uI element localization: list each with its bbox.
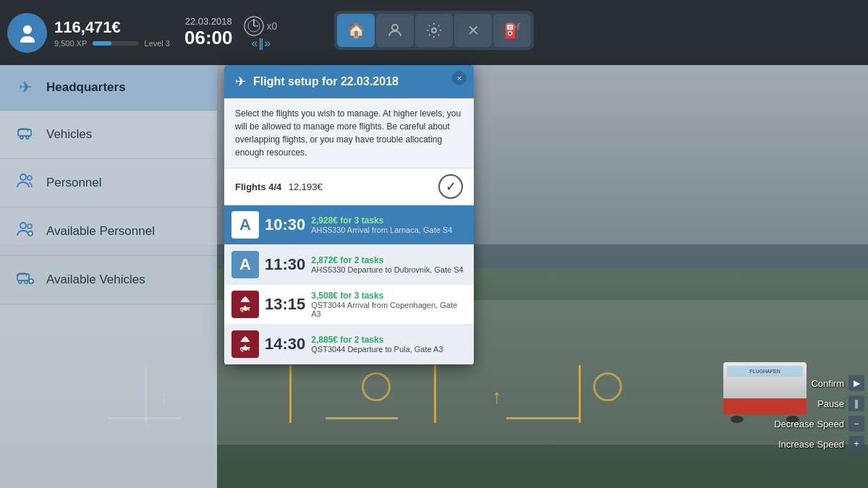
date-display: 22.03.2018 bbox=[185, 16, 232, 27]
pause-icon: ‖ bbox=[848, 395, 864, 411]
svg-point-11 bbox=[26, 136, 29, 139]
sidebar-item-available-vehicles[interactable]: Available Vehicles bbox=[0, 256, 217, 304]
flight-desc-3: QST3044 Arrival from Copenhagen, Gate A3 bbox=[311, 301, 467, 318]
flight-desc-4: QST3044 Departure to Pula, Gate A3 bbox=[311, 345, 467, 354]
confirm-icon: ▶ bbox=[848, 375, 864, 391]
nav-tabs: 🏠 ✕ ⛽ bbox=[334, 11, 534, 50]
time-display: 06:00 bbox=[184, 27, 233, 49]
svg-point-12 bbox=[20, 174, 26, 180]
tarmac-line bbox=[579, 365, 581, 423]
speed-controls[interactable]: x0 « ‖ » bbox=[244, 16, 278, 50]
flight-badge-2: A bbox=[231, 251, 259, 278]
player-avatar bbox=[7, 13, 47, 53]
tarmac-line bbox=[506, 417, 579, 419]
xp-bar bbox=[93, 41, 138, 46]
tarmac-circle bbox=[362, 372, 391, 401]
xp-display: 9,500 XP bbox=[54, 39, 87, 48]
flight-badge-1: A bbox=[231, 211, 259, 239]
sidebar-label-available-vehicles: Available Vehicles bbox=[46, 273, 145, 287]
flight-time-4: 14:30 bbox=[265, 335, 305, 354]
sidebar-label-vehicles: Vehicles bbox=[46, 127, 92, 142]
sidebar-label-available-personnel: Available Personnel bbox=[46, 224, 155, 239]
available-personnel-icon bbox=[14, 221, 36, 242]
svg-point-21 bbox=[25, 281, 27, 283]
vehicles-icon bbox=[14, 124, 36, 145]
sidebar-item-vehicles[interactable]: Vehicles bbox=[0, 111, 217, 159]
tab-fuel[interactable]: ⛽ bbox=[493, 14, 531, 47]
modal-title: Flight setup for 22.03.2018 bbox=[253, 75, 399, 88]
svg-point-7 bbox=[394, 30, 396, 31]
flight-time-3: 13:15 bbox=[265, 295, 305, 314]
flight-badge-3: QST bbox=[231, 291, 259, 318]
flight-earnings-1: 2,928€ for 3 tasks bbox=[311, 215, 467, 226]
xp-bar-fill bbox=[93, 41, 111, 46]
flight-item-1[interactable]: A 10:30 2,928€ for 3 tasks AHS5330 Arriv… bbox=[224, 205, 474, 245]
flight-item-3[interactable]: QST 13:15 3,508€ for 3 tasks QST3044 Arr… bbox=[224, 285, 474, 325]
speed-multiplier: x0 bbox=[267, 20, 278, 32]
flight-item-2[interactable]: A 11:30 2,872€ for 2 tasks AHS5330 Depar… bbox=[224, 245, 474, 285]
tab-home[interactable]: 🏠 bbox=[337, 14, 375, 47]
tab-close[interactable]: ✕ bbox=[454, 14, 492, 47]
right-controls: Confirm ▶ Pause ‖ Decrease Speed − Incre… bbox=[774, 375, 868, 452]
available-vehicles-icon bbox=[14, 269, 36, 291]
sidebar-label-headquarters: Headquarters bbox=[46, 80, 126, 95]
flight-setup-modal: ✈ Flight setup for 22.03.2018 × Select t… bbox=[224, 65, 474, 364]
flight-details-3: 3,508€ for 3 tasks QST3044 Arrival from … bbox=[311, 291, 467, 318]
sidebar: ✈ Headquarters Vehicles Personnel bbox=[0, 65, 217, 488]
flight-earnings-2: 2,872€ for 2 tasks bbox=[311, 255, 467, 265]
svg-text:QST: QST bbox=[240, 346, 251, 352]
flight-time-2: 11:30 bbox=[265, 255, 305, 274]
decrease-speed-label: Decrease Speed bbox=[774, 419, 844, 429]
tarmac-line bbox=[289, 365, 292, 423]
flights-count-label: Flights 4/4 bbox=[235, 181, 281, 192]
tarmac-line bbox=[326, 417, 398, 419]
datetime-block: 22.03.2018 06:00 bbox=[184, 16, 233, 49]
svg-point-13 bbox=[27, 176, 32, 180]
level-display: Level 3 bbox=[145, 39, 170, 48]
pause-label: Pause bbox=[817, 398, 844, 409]
confirm-check-button[interactable]: ✓ bbox=[438, 174, 463, 199]
svg-text:QST: QST bbox=[240, 307, 251, 312]
flight-item-4[interactable]: QST 14:30 2,885€ for 2 tasks QST3044 Dep… bbox=[224, 325, 474, 364]
modal-close-button[interactable]: × bbox=[452, 71, 467, 85]
increase-speed-icon: + bbox=[848, 436, 864, 452]
decrease-speed-button[interactable]: Decrease Speed − bbox=[774, 416, 864, 432]
sidebar-label-personnel: Personnel bbox=[46, 176, 102, 190]
sidebar-item-available-personnel[interactable]: Available Personnel bbox=[0, 207, 217, 256]
modal-plane-icon: ✈ bbox=[235, 74, 246, 90]
increase-speed-label: Increase Speed bbox=[778, 439, 844, 450]
sidebar-item-personnel[interactable]: Personnel bbox=[0, 159, 217, 207]
svg-point-10 bbox=[20, 136, 23, 139]
confirm-label: Confirm bbox=[811, 378, 844, 389]
flights-total-value: 12,193€ bbox=[289, 181, 323, 192]
personnel-icon bbox=[14, 172, 36, 194]
headquarters-icon: ✈ bbox=[14, 78, 36, 97]
svg-point-8 bbox=[432, 28, 436, 33]
decrease-speed-icon: − bbox=[848, 416, 864, 432]
sidebar-item-headquarters[interactable]: ✈ Headquarters bbox=[0, 65, 217, 111]
svg-point-1 bbox=[20, 36, 35, 43]
confirm-button[interactable]: Confirm ▶ bbox=[811, 375, 864, 391]
svg-point-20 bbox=[19, 281, 22, 283]
tarmac-line bbox=[434, 365, 436, 423]
flight-list: A 10:30 2,928€ for 3 tasks AHS5330 Arriv… bbox=[224, 205, 474, 364]
tab-driver[interactable] bbox=[376, 14, 414, 47]
increase-speed-button[interactable]: Increase Speed + bbox=[778, 436, 864, 452]
tab-settings[interactable] bbox=[415, 14, 453, 47]
svg-rect-9 bbox=[18, 129, 31, 136]
modal-header: ✈ Flight setup for 22.03.2018 × bbox=[224, 65, 474, 98]
pause-button[interactable]: Pause ‖ bbox=[817, 395, 864, 411]
flight-desc-1: AHS5330 Arrival from Larnaca, Gate S4 bbox=[311, 226, 467, 234]
speed-arrows[interactable]: « ‖ » bbox=[252, 36, 270, 50]
tarmac-circle bbox=[593, 372, 622, 401]
flight-earnings-4: 2,885€ for 2 tasks bbox=[311, 335, 467, 345]
svg-rect-19 bbox=[17, 274, 29, 281]
player-stats: 116,471€ 9,500 XP Level 3 bbox=[54, 18, 170, 48]
flight-time-1: 10:30 bbox=[265, 215, 305, 234]
svg-point-6 bbox=[392, 25, 398, 30]
currency-display: 116,471€ bbox=[54, 18, 170, 37]
svg-point-0 bbox=[23, 25, 32, 34]
flights-count-row: Flights 4/4 12,193€ ✓ bbox=[224, 168, 474, 205]
flight-earnings-3: 3,508€ for 3 tasks bbox=[311, 291, 467, 301]
flight-details-2: 2,872€ for 2 tasks AHS5330 Departure to … bbox=[311, 255, 467, 274]
